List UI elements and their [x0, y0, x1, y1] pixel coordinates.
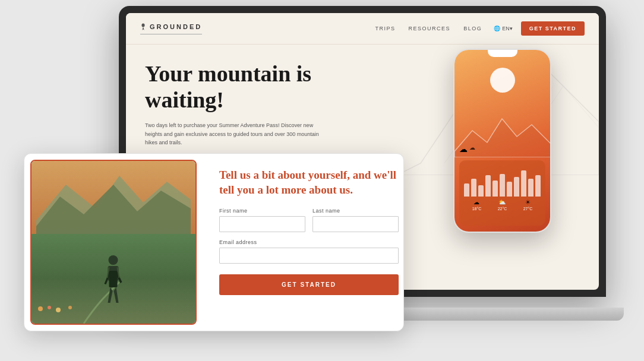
nav-language[interactable]: 🌐 EN▾ — [494, 26, 513, 31]
phone-cloud-icons: ☁ ☁ — [459, 144, 475, 154]
first-name-input[interactable] — [219, 216, 305, 232]
svg-point-0 — [141, 23, 144, 27]
photo-mountains-bg — [31, 173, 195, 244]
popup-card: Tell us a bit about yourself, and we'll … — [24, 153, 404, 331]
phone-bar-chart — [464, 164, 541, 197]
site-nav: GROUNDED TRIPS RESOURCES BLOG 🌐 EN▾ GET … — [126, 13, 599, 45]
bar-1 — [464, 183, 469, 197]
globe-icon: 🌐 — [494, 26, 500, 31]
last-name-input[interactable] — [312, 216, 399, 232]
hero-title: Your mountain is waiting! — [145, 61, 394, 113]
logo-text: GROUNDED — [150, 23, 202, 30]
first-name-label: First name — [219, 208, 305, 214]
last-name-label: Last name — [312, 208, 399, 214]
weather-sun: ⛅ 22°C — [498, 199, 507, 211]
hiker-photo — [31, 161, 195, 324]
svg-point-4 — [38, 306, 43, 311]
nav-trips[interactable]: TRIPS — [375, 26, 396, 31]
photo-flowers — [34, 303, 82, 321]
phone-sun — [490, 68, 515, 93]
weather-sat: ☁ 18°C — [472, 199, 482, 211]
weather-sat-icon: ☁ — [473, 199, 479, 205]
hiker-silhouette — [97, 249, 130, 315]
last-name-group: Last name — [312, 208, 399, 232]
email-input[interactable] — [219, 248, 399, 264]
weather-sun-icon: ⛅ — [498, 199, 506, 205]
phone-weather-row: ☁ 18°C ⛅ 22°C ☀ 27°C — [464, 199, 541, 211]
nav-blog[interactable]: BLOG — [463, 26, 482, 31]
bar-10 — [528, 179, 533, 197]
popup-title: Tell us a bit about yourself, and we'll … — [219, 168, 399, 197]
nav-resources[interactable]: RESOURCES — [409, 26, 451, 31]
weather-mon: ☀ 27°C — [523, 199, 533, 211]
svg-rect-3 — [109, 271, 118, 287]
bar-6 — [500, 174, 505, 197]
bar-4 — [485, 175, 491, 197]
lang-text: EN▾ — [502, 26, 513, 31]
weather-mon-icon: ☀ — [525, 199, 531, 205]
weather-sun-temp: 22°C — [498, 207, 507, 211]
nav-links: TRIPS RESOURCES BLOG — [375, 26, 482, 31]
bar-9 — [521, 170, 526, 197]
weather-sat-temp: 18°C — [472, 207, 482, 211]
bar-11 — [535, 175, 541, 197]
form-name-row: First name Last name — [219, 208, 399, 232]
bar-5 — [493, 180, 498, 197]
svg-point-7 — [68, 306, 72, 309]
svg-point-6 — [56, 308, 61, 312]
form-email-row: Email address — [219, 239, 399, 264]
phone-notch — [488, 50, 517, 57]
logo-icon — [140, 23, 146, 30]
site-logo: GROUNDED — [140, 23, 202, 34]
phone-bars-section: ☁ 18°C ⛅ 22°C ☀ 27°C — [459, 160, 545, 226]
phone-screen: ☁ ☁ — [454, 50, 550, 232]
weather-mon-temp: 27°C — [523, 207, 533, 211]
email-group: Email address — [219, 239, 399, 264]
svg-point-2 — [109, 255, 118, 265]
popup-image — [30, 160, 197, 325]
scene: GROUNDED TRIPS RESOURCES BLOG 🌐 EN▾ GET … — [0, 0, 644, 361]
nav-cta-button[interactable]: GET STARTED — [521, 21, 585, 36]
get-started-button[interactable]: GET STARTED — [219, 274, 399, 295]
email-label: Email address — [219, 239, 399, 245]
bar-7 — [507, 182, 512, 197]
bar-3 — [478, 185, 484, 197]
popup-form: Tell us a bit about yourself, and we'll … — [203, 154, 404, 331]
svg-point-5 — [48, 306, 51, 309]
bar-2 — [471, 179, 476, 197]
phone-mockup: ☁ ☁ — [453, 49, 551, 233]
first-name-group: First name — [219, 208, 305, 232]
bar-8 — [514, 177, 519, 197]
hero-description: Two days left to purchase your Summer Ad… — [145, 121, 323, 147]
